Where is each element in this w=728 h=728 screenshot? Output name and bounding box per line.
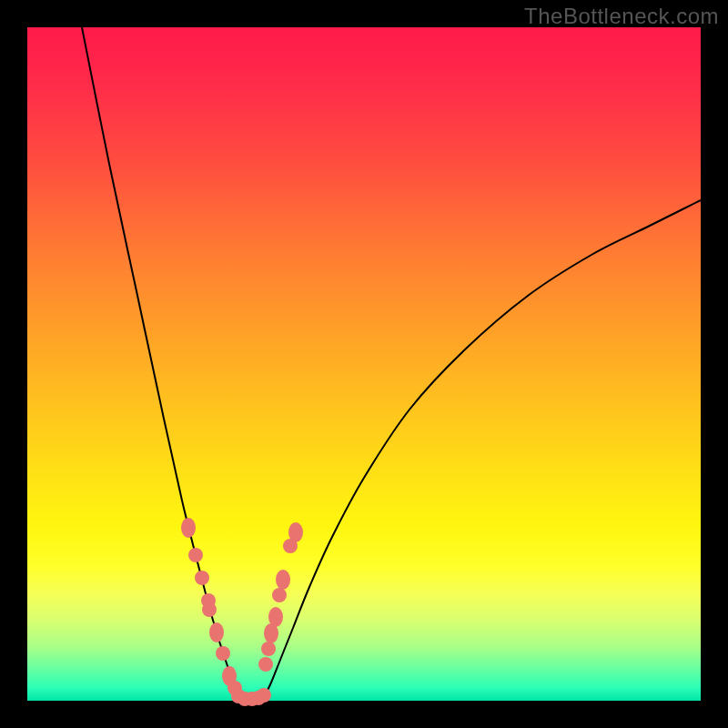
data-dot [272,588,287,602]
data-dot [276,570,290,590]
data-dot [181,518,196,538]
data-dot [195,571,209,585]
data-dot [257,688,271,703]
plot-area [27,27,701,701]
data-dot [261,642,276,656]
data-dots [181,518,303,706]
data-dot [216,646,230,661]
data-dot [209,622,224,642]
curve-svg [27,27,701,701]
left-curve [82,27,239,697]
watermark-text: TheBottleneck.com [524,4,719,29]
right-curve [264,200,701,697]
data-dot [283,539,298,553]
data-dot [202,602,217,617]
data-dot [188,548,203,562]
data-dot [264,623,278,643]
data-dot [258,657,273,672]
chart-frame: TheBottleneck.com [0,0,728,728]
